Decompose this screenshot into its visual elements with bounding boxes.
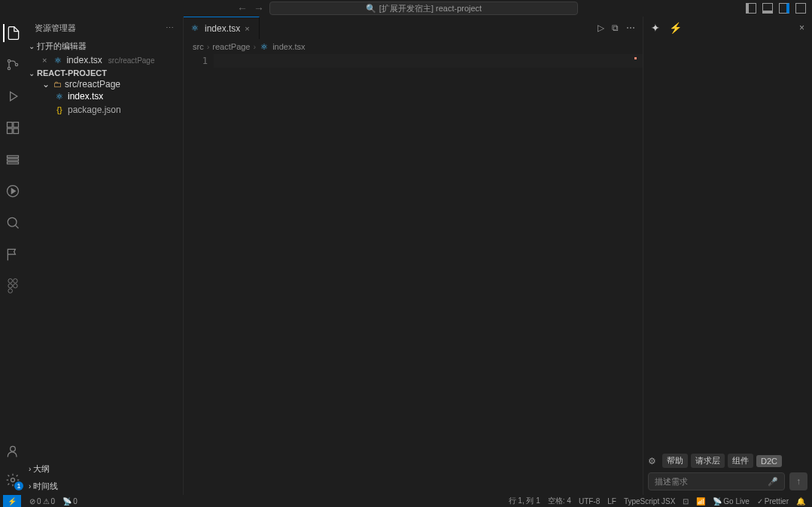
code-content[interactable] <box>214 54 643 495</box>
status-golive[interactable]: 📡 Go Live <box>709 496 753 506</box>
svg-rect-7 <box>14 129 19 134</box>
status-radio[interactable]: 📡 0 <box>59 497 81 505</box>
react-file-icon: ⚛ <box>190 23 200 33</box>
statusbar: ⚡ ⊘ 0 ⚠ 0 📡 0 行 1, 列 1 空格: 4 UTF-8 LF Ty… <box>0 495 812 507</box>
svg-point-2 <box>15 63 17 65</box>
sidebar: 资源管理器 ⋯ ⌄ 打开的编辑器 × ⚛ index.tsx src/react… <box>26 17 184 495</box>
layout-right-icon[interactable] <box>779 3 789 14</box>
project-header[interactable]: ⌄ REACT-PROJECT <box>26 67 183 79</box>
lightning-icon[interactable]: ⚡ <box>669 22 682 34</box>
footer-tab-request[interactable]: 请求层 <box>691 454 725 468</box>
remote-indicator[interactable]: ⚡ <box>3 495 21 507</box>
run-icon[interactable]: ▷ <box>598 23 604 33</box>
svg-point-21 <box>11 478 15 482</box>
chevron-down-icon: ⌄ <box>42 79 50 90</box>
search-icon: 🔍 <box>366 4 376 14</box>
json-file-icon: {} <box>54 105 65 114</box>
status-language[interactable]: TypeScript JSX <box>620 496 679 506</box>
breadcrumb-item[interactable]: index.tsx <box>272 42 305 51</box>
sidebar-more-icon[interactable]: ⋯ <box>166 23 174 33</box>
folder-name: src/reactPage <box>65 79 120 90</box>
svg-point-1 <box>8 67 10 69</box>
breadcrumb[interactable]: src › reactPage › ⚛ index.tsx <box>184 39 643 54</box>
chevron-right-icon: › <box>29 465 31 473</box>
footer-tab-d2c[interactable]: D2C <box>756 455 782 467</box>
gear-icon[interactable]: ⚙ <box>648 456 656 466</box>
svg-marker-12 <box>11 189 15 194</box>
code-line[interactable] <box>214 54 643 68</box>
line-number: 1 <box>190 56 208 66</box>
status-prettier[interactable]: ✓ Prettier <box>753 496 792 506</box>
file-item-package[interactable]: {} package.json <box>26 103 183 117</box>
status-cursor[interactable]: 行 1, 列 1 <box>505 496 544 506</box>
send-button[interactable]: ↑ <box>789 472 807 490</box>
warning-count: 0 <box>51 497 56 505</box>
status-antenna-icon[interactable]: 📶 <box>692 496 709 506</box>
chat-input[interactable]: 描述需求 🎤 <box>648 472 785 490</box>
titlebar-layout-controls <box>746 3 806 14</box>
warning-icon: ⚠ <box>43 497 50 505</box>
svg-rect-4 <box>8 123 13 128</box>
debug-icon[interactable] <box>4 87 22 105</box>
status-errors[interactable]: ⊘ 0 ⚠ 0 <box>26 497 59 505</box>
flag-icon[interactable] <box>4 245 22 263</box>
project-name: REACT-PROJECT <box>37 68 107 77</box>
split-icon[interactable]: ⧉ <box>612 23 619 33</box>
footer-tab-help[interactable]: 帮助 <box>662 454 688 468</box>
svg-point-13 <box>8 217 17 226</box>
file-path: src/reactPage <box>108 56 155 65</box>
layout-customize-icon[interactable] <box>795 3 806 14</box>
editor-body[interactable]: 1 <box>184 54 643 495</box>
nav-back-icon[interactable]: ← <box>237 2 248 14</box>
more-icon[interactable]: ⋯ <box>626 23 635 33</box>
error-count: 0 <box>37 497 41 505</box>
account-icon[interactable] <box>4 442 22 460</box>
status-screencast-icon[interactable]: ⊡ <box>679 496 692 506</box>
svg-point-17 <box>8 284 13 288</box>
open-editors-header[interactable]: ⌄ 打开的编辑器 <box>26 39 183 53</box>
close-icon[interactable]: × <box>42 56 47 65</box>
nav-forward-icon[interactable]: → <box>254 2 264 14</box>
extensions-icon[interactable] <box>4 119 22 137</box>
sparkle-icon[interactable]: ✦ <box>651 22 660 34</box>
explorer-icon[interactable] <box>3 24 21 42</box>
file-name: index.tsx <box>66 55 102 65</box>
file-name: index.tsx <box>68 91 103 102</box>
svg-marker-3 <box>11 92 17 101</box>
error-icon: ⊘ <box>29 497 35 505</box>
outline-header[interactable]: › 大纲 <box>26 460 183 478</box>
close-icon[interactable]: × <box>799 23 804 33</box>
svg-point-16 <box>14 279 18 284</box>
footer-tab-component[interactable]: 组件 <box>728 454 753 468</box>
status-bell-icon[interactable]: 🔔 <box>792 496 809 506</box>
layout-bottom-icon[interactable] <box>762 3 773 14</box>
breadcrumb-item[interactable]: reactPage <box>212 42 250 51</box>
sidebar-title: 资源管理器 ⋯ <box>26 17 183 39</box>
layout-left-icon[interactable] <box>746 3 756 14</box>
close-icon[interactable]: × <box>245 24 249 33</box>
play-circle-icon[interactable] <box>4 182 22 200</box>
figma-icon[interactable] <box>4 277 22 295</box>
file-item-index[interactable]: ⚛ index.tsx <box>26 90 183 103</box>
command-center[interactable]: 🔍 [扩展开发宿主] react-project <box>269 2 578 15</box>
react-file-icon: ⚛ <box>54 92 65 102</box>
settings-gear-icon[interactable]: 1 <box>4 471 22 489</box>
svg-point-15 <box>8 279 13 284</box>
open-editor-item[interactable]: × ⚛ index.tsx src/reactPage <box>26 53 183 67</box>
source-control-icon[interactable] <box>4 56 22 74</box>
status-eol[interactable]: LF <box>604 496 620 506</box>
svg-rect-8 <box>8 156 19 158</box>
timeline-header[interactable]: › 时间线 <box>26 478 183 495</box>
folder-item[interactable]: ⌄ 🗀 src/reactPage <box>26 79 183 90</box>
golive-label: Go Live <box>723 497 749 505</box>
activity-bar: 1 <box>0 17 26 495</box>
status-spaces[interactable]: 空格: 4 <box>544 496 575 506</box>
remote-explorer-icon[interactable] <box>4 150 22 168</box>
status-encoding[interactable]: UTF-8 <box>575 496 604 506</box>
svg-rect-10 <box>8 162 19 164</box>
breadcrumb-item[interactable]: src <box>193 42 204 51</box>
mic-icon[interactable]: 🎤 <box>768 477 778 487</box>
search-icon[interactable] <box>4 214 22 232</box>
tab-index[interactable]: ⚛ index.tsx × <box>184 17 260 39</box>
breadcrumb-sep: › <box>207 42 210 51</box>
